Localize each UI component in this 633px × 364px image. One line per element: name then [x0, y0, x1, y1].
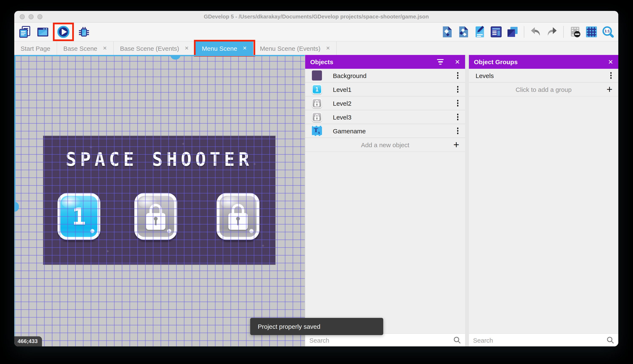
debug-icon[interactable] [78, 26, 90, 38]
level3-button-instance[interactable] [217, 193, 259, 240]
tab-base-scene-events[interactable]: Base Scene (Events) ✕ [114, 42, 196, 55]
toolbar-right-group: 1:1 [441, 23, 614, 41]
star-speck: + [253, 161, 256, 167]
tab-menu-scene[interactable]: Menu Scene ✕ [196, 42, 254, 55]
tab-label: Menu Scene [202, 45, 237, 52]
tab-close-icon[interactable]: ✕ [185, 45, 189, 51]
screenshot-stage: GDevelop 5 - /Users/dkarakay/Documents/G… [0, 0, 633, 364]
kebab-menu-icon[interactable] [454, 128, 461, 134]
svg-text:1:1: 1:1 [605, 29, 610, 33]
horizontal-scrollbar[interactable] [14, 55, 305, 56]
zoom-window-button[interactable] [37, 14, 42, 19]
horizontal-scrollbar-thumb[interactable] [170, 55, 180, 60]
objects-search-input[interactable] [309, 336, 453, 344]
object-groups-panel-header: Object Groups ✕ [469, 55, 618, 69]
close-icon[interactable]: ✕ [608, 59, 613, 65]
search-icon[interactable] [453, 336, 461, 344]
lock-icon [228, 204, 248, 230]
level1-thumbnail: 1 [312, 84, 322, 94]
object-row-level3[interactable]: Level3 [305, 110, 465, 124]
redo-icon[interactable] [546, 26, 558, 38]
zoom-one-to-one-icon[interactable]: 1:1 [601, 26, 614, 38]
kebab-menu-icon[interactable] [454, 72, 461, 79]
group-row-levels[interactable]: Levels [469, 69, 618, 82]
tab-label: Menu Scene (Events) [260, 45, 321, 52]
object-row-background[interactable]: Background [305, 69, 465, 82]
tab-label: Base Scene (Events) [120, 45, 179, 52]
scene-editor-canvas[interactable]: SPACE SHOOTER + + + + + + + + 1 [14, 55, 305, 346]
titlebar: GDevelop 5 - /Users/dkarakay/Documents/G… [14, 11, 618, 23]
level2-button-instance[interactable] [134, 193, 177, 240]
undo-icon[interactable] [529, 26, 542, 38]
kebab-menu-icon[interactable] [454, 86, 461, 93]
level2-thumbnail [312, 98, 322, 108]
add-object-row[interactable]: Add a new object + [305, 138, 465, 152]
vertical-scrollbar-thumb[interactable] [14, 202, 19, 212]
play-icon[interactable] [57, 26, 70, 38]
star-speck: + [89, 144, 92, 150]
window-icon[interactable] [37, 26, 49, 38]
kebab-menu-icon[interactable] [607, 72, 614, 79]
level3-thumbnail [312, 112, 322, 122]
window-title: GDevelop 5 - /Users/dkarakay/Documents/G… [14, 14, 618, 20]
tab-close-icon[interactable]: ✕ [103, 45, 107, 51]
lock-icon [146, 204, 165, 230]
window-mask-icon[interactable] [569, 26, 581, 38]
tab-close-icon[interactable]: ✕ [243, 45, 247, 51]
menu-scene-background-instance[interactable]: SPACE SHOOTER + + + + + + + + 1 [43, 136, 275, 264]
save-toast: Project properly saved [250, 318, 383, 335]
close-window-button[interactable] [20, 14, 25, 19]
instances-list-icon[interactable] [490, 26, 502, 38]
properties-icon[interactable] [473, 26, 486, 38]
objects-searchbar [305, 334, 465, 346]
editor-tabbar: Start Page Base Scene ✕ Base Scene (Even… [14, 41, 618, 55]
objects-panel: Objects ✕ Background 1 Level1 [305, 55, 465, 346]
objects-panel-title: Objects [310, 58, 437, 66]
grid-icon[interactable] [585, 26, 598, 38]
objects-editor-icon[interactable] [441, 26, 453, 38]
gamename-thumbnail: Tx [312, 126, 322, 136]
close-icon[interactable]: ✕ [455, 59, 460, 65]
star-speck: + [106, 248, 109, 254]
tab-close-icon[interactable]: ✕ [326, 45, 330, 51]
objects-panel-header: Objects ✕ [305, 55, 465, 69]
tab-label: Start Page [21, 45, 50, 52]
panel-divider[interactable] [465, 55, 469, 346]
object-groups-editor-icon[interactable] [457, 26, 470, 38]
main-toolbar: 1:1 [14, 23, 618, 41]
minimize-window-button[interactable] [29, 14, 34, 19]
objects-list: Background 1 Level1 Level2 [305, 69, 465, 334]
tab-base-scene[interactable]: Base Scene ✕ [57, 42, 114, 55]
filter-icon[interactable] [437, 59, 444, 65]
layers-icon[interactable] [506, 26, 519, 38]
groups-search-input[interactable] [473, 336, 606, 344]
tab-start-page[interactable]: Start Page [14, 42, 57, 55]
object-row-level1[interactable]: 1 Level1 [305, 82, 465, 96]
vertical-scrollbar-track [14, 55, 16, 202]
object-groups-panel: Object Groups ✕ Levels Click to add a gr… [469, 55, 618, 346]
toolbar-separator [524, 26, 524, 38]
play-button-annotation [55, 24, 72, 40]
toolbar-left-group [19, 23, 90, 41]
tab-label: Base Scene [63, 45, 97, 52]
search-icon[interactable] [606, 336, 614, 344]
add-group-row[interactable]: Click to add a group + [469, 82, 618, 96]
project-manager-icon[interactable] [19, 26, 31, 38]
groups-list: Levels Click to add a group + [469, 69, 618, 334]
level1-number: 1 [72, 203, 86, 230]
content-row: SPACE SHOOTER + + + + + + + + 1 [14, 55, 618, 346]
object-row-gamename[interactable]: Tx Gamename [305, 124, 465, 138]
kebab-menu-icon[interactable] [454, 114, 461, 120]
scene-title-text-instance[interactable]: SPACE SHOOTER [43, 149, 275, 170]
kebab-menu-icon[interactable] [454, 100, 461, 106]
star-speck: + [182, 141, 185, 147]
background-thumbnail [312, 70, 322, 80]
groups-searchbar [469, 334, 618, 346]
toolbar-separator [563, 26, 564, 38]
object-row-level2[interactable]: Level2 [305, 96, 465, 110]
gdevelop-window: GDevelop 5 - /Users/dkarakay/Documents/G… [14, 11, 618, 346]
level1-button-instance[interactable]: 1 [58, 193, 100, 240]
star-speck: + [261, 243, 264, 249]
tab-menu-scene-events[interactable]: Menu Scene (Events) ✕ [253, 42, 337, 55]
traffic-lights [20, 11, 42, 22]
